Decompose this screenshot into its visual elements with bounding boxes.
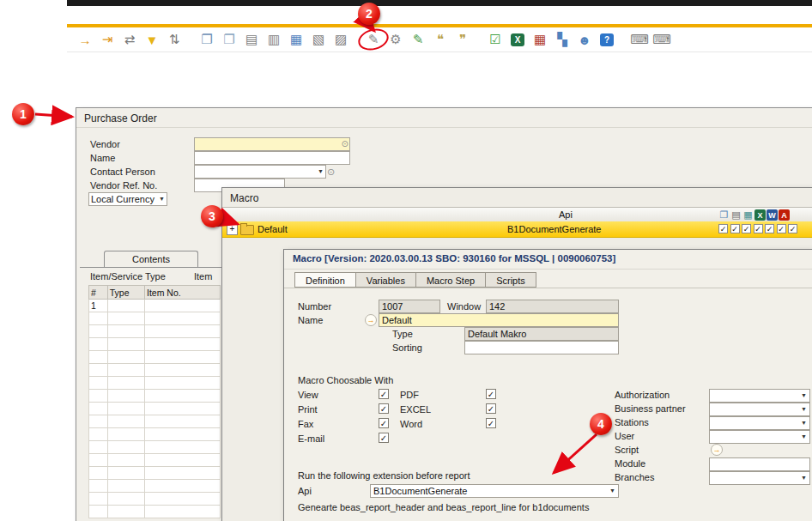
checkbox-e-mail[interactable]: ✓	[379, 433, 389, 443]
calculator-icon[interactable]: ▦	[530, 31, 549, 48]
user-dropdown[interactable]: ▼	[709, 430, 810, 444]
table-row[interactable]	[89, 338, 221, 351]
chevron-down-icon[interactable]: ▼	[609, 485, 615, 497]
table-row[interactable]	[89, 325, 221, 338]
filter-icon[interactable]: ▼	[142, 31, 161, 48]
tab-definition[interactable]: Definition	[294, 272, 356, 288]
table-cell	[107, 454, 144, 467]
number-field: 1007	[379, 300, 440, 313]
module-input[interactable]	[709, 457, 810, 471]
script-link-icon[interactable]: →	[711, 444, 723, 456]
excel-icon[interactable]: X	[754, 209, 766, 221]
tab-variables[interactable]: Variables	[356, 272, 416, 288]
branches-dropdown[interactable]: ▼	[709, 471, 810, 485]
chevron-down-icon[interactable]: ▼	[801, 390, 807, 402]
chevron-down-icon[interactable]: ▼	[801, 472, 807, 484]
excel-export-icon[interactable]: X	[511, 33, 524, 46]
contact-person-dropdown[interactable]: ▼	[194, 165, 326, 179]
table-search-icon[interactable]: ▨	[331, 31, 350, 48]
authorization-dropdown[interactable]: ▼	[709, 389, 810, 403]
table-row[interactable]	[89, 390, 221, 403]
name-input[interactable]	[194, 151, 350, 165]
row-checkbox[interactable]: ✓	[742, 224, 751, 233]
item-service-type-value[interactable]: Item	[194, 271, 212, 282]
table-row[interactable]	[89, 351, 221, 364]
help-icon[interactable]: ?	[600, 33, 614, 46]
sort-icon[interactable]: ⇅	[165, 31, 184, 48]
row-checkbox[interactable]: ✓	[754, 224, 763, 233]
stations-dropdown[interactable]: ▼	[709, 416, 810, 430]
table-row[interactable]	[89, 454, 221, 467]
user-icon[interactable]: ☻	[575, 31, 594, 48]
print-icon[interactable]: ▤	[730, 209, 742, 221]
next-record-icon[interactable]: →	[76, 31, 94, 48]
tab-scripts[interactable]: Scripts	[486, 272, 536, 288]
document-home-icon[interactable]: ▥	[264, 31, 283, 48]
checkbox-print[interactable]: ✓	[379, 403, 389, 414]
checkbox-word[interactable]: ✓	[486, 418, 496, 428]
comment-icon[interactable]: ❝	[431, 31, 450, 48]
macro-row-default[interactable]: + Default B1DocumentGenerate ✓✓✓✓✓✓✓	[222, 221, 812, 238]
table-row[interactable]	[89, 480, 221, 493]
tab-macro-step[interactable]: Macro Step	[416, 272, 486, 288]
row-checkbox[interactable]: ✓	[777, 224, 786, 233]
row-checkbox[interactable]: ✓	[788, 224, 797, 233]
last-record-icon[interactable]: ⇥	[98, 31, 117, 48]
checkbox-pdf[interactable]: ✓	[486, 389, 496, 399]
link-icon[interactable]: →	[365, 314, 377, 326]
picker-icon[interactable]: ⊙	[327, 167, 335, 178]
keypad-small-icon[interactable]: ⌨	[652, 31, 671, 48]
table-row[interactable]	[89, 312, 221, 325]
table-row[interactable]	[89, 467, 221, 480]
refresh-icon[interactable]: ⇄	[120, 31, 139, 48]
chevron-down-icon[interactable]: ▼	[159, 193, 165, 205]
form-settings-icon[interactable]: ✎	[409, 31, 427, 48]
checkbox-fax[interactable]: ✓	[379, 418, 389, 428]
table-chart-icon[interactable]: ▦	[287, 31, 306, 48]
table-row[interactable]	[89, 377, 221, 390]
table-edit-icon[interactable]: ▧	[309, 31, 328, 48]
purchase-order-title: Purchase Order	[84, 112, 157, 124]
table-row[interactable]	[89, 441, 221, 454]
row-checkbox[interactable]: ✓	[718, 224, 728, 233]
sorting-field[interactable]	[464, 341, 619, 354]
table-row[interactable]	[89, 415, 221, 428]
export-icons: ❐▤▦XWA	[718, 209, 790, 221]
chevron-down-icon[interactable]: ▼	[801, 431, 807, 443]
chevron-down-icon[interactable]: ▼	[318, 166, 324, 178]
vendor-input[interactable]: ⊙	[194, 137, 350, 151]
chevron-down-icon[interactable]: ▼	[801, 417, 807, 429]
document-table-icon[interactable]: ▤	[242, 31, 261, 48]
tab-contents[interactable]: Contents	[104, 251, 198, 268]
picker-icon[interactable]: ⊙	[342, 138, 348, 150]
preview-icon[interactable]: ▦	[742, 209, 754, 221]
pdf-icon[interactable]: A	[779, 209, 790, 221]
chevron-down-icon[interactable]: ▼	[801, 403, 807, 415]
table-row[interactable]	[89, 364, 221, 377]
row-checkbox[interactable]: ✓	[730, 224, 740, 233]
orgchart-icon[interactable]: ▚	[553, 31, 572, 48]
settings-icon[interactable]: ⚙	[386, 31, 405, 48]
edit-macro-icon[interactable]: ✎	[364, 31, 383, 48]
table-row[interactable]	[89, 493, 221, 506]
currency-dropdown[interactable]: Local Currency ▼	[88, 192, 167, 206]
business-partner-dropdown[interactable]: ▼	[709, 403, 810, 416]
table-row[interactable]	[89, 403, 221, 415]
macro-name-field[interactable]: Default	[379, 313, 619, 327]
expand-icon[interactable]: +	[227, 224, 238, 235]
paste-icon[interactable]: ❐	[220, 31, 239, 48]
tasklist-icon[interactable]: ☑	[486, 31, 505, 48]
comments-icon[interactable]: ❞	[453, 31, 472, 48]
title-divider	[284, 269, 812, 270]
checkbox-excel[interactable]: ✓	[486, 403, 496, 414]
api-dropdown[interactable]: B1DocumentGenerate ▼	[370, 484, 619, 498]
keypad-icon[interactable]: ⌨	[630, 31, 649, 48]
word-icon[interactable]: W	[767, 209, 778, 221]
table-row[interactable]	[89, 506, 221, 518]
copy-export-icon[interactable]: ❐	[718, 209, 730, 221]
checkbox-view[interactable]: ✓	[379, 389, 389, 399]
copy-icon[interactable]: ❐	[197, 31, 216, 48]
table-row[interactable]	[89, 428, 221, 441]
table-row[interactable]: 1	[89, 300, 221, 312]
row-checkbox[interactable]: ✓	[765, 224, 774, 233]
